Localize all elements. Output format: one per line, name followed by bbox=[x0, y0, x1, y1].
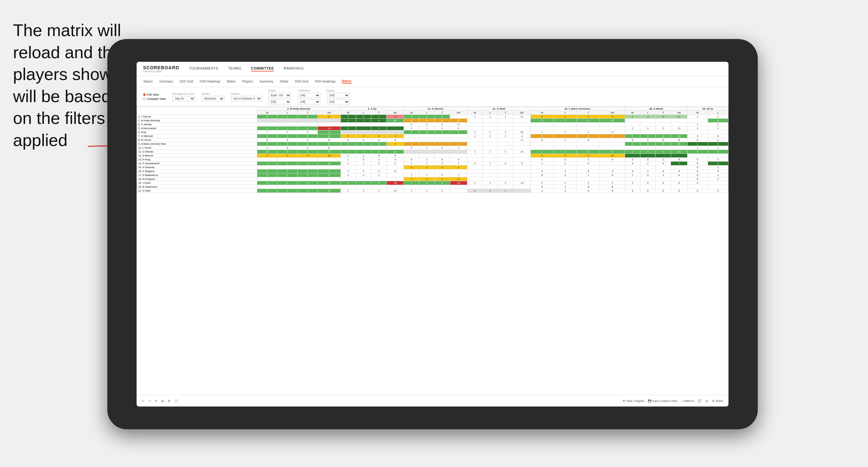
subnav-h2h-grid2[interactable]: H2H Grid bbox=[294, 80, 308, 83]
cell: 14 bbox=[513, 150, 530, 154]
cell: 0 bbox=[419, 177, 434, 181]
nav-tournaments[interactable]: TOURNAMENTS bbox=[189, 66, 218, 71]
full-view-radio bbox=[143, 93, 146, 96]
cell bbox=[640, 165, 656, 169]
cell bbox=[483, 169, 498, 173]
cell bbox=[386, 177, 404, 181]
subnav-teams[interactable]: Teams bbox=[143, 80, 153, 83]
cell: 0 bbox=[277, 189, 298, 193]
cell: 0 bbox=[640, 173, 656, 177]
cell: 0 bbox=[434, 177, 450, 181]
cell bbox=[625, 123, 640, 126]
max-players-select[interactable]: Top 25 bbox=[173, 96, 195, 101]
zoom-button[interactable]: ⊞ bbox=[161, 399, 164, 403]
refresh-button[interactable]: ⟳ bbox=[155, 399, 157, 403]
compact-view-option[interactable]: Compact View bbox=[143, 97, 166, 100]
nav-rankings[interactable]: RANKINGS bbox=[284, 66, 303, 71]
cell: 0 bbox=[640, 142, 656, 146]
cell bbox=[404, 185, 419, 189]
settings-button[interactable]: ⚙ bbox=[168, 399, 170, 403]
subnav-matrix2[interactable]: Matrix bbox=[342, 80, 351, 84]
cell: 1 bbox=[371, 126, 386, 130]
matrix-area[interactable]: 2. M Kelly Mulcahy 6. A Dy 11. G Woods 2… bbox=[136, 107, 728, 395]
cell: 0 bbox=[671, 173, 687, 177]
cell: 2 bbox=[386, 138, 404, 142]
cell: 0 bbox=[656, 169, 671, 173]
cell: 1 bbox=[554, 169, 577, 173]
subnav-matrix1[interactable]: Matrix bbox=[227, 80, 236, 83]
comment-button[interactable]: 💬 bbox=[698, 399, 702, 403]
redo-button[interactable]: ↪ bbox=[148, 399, 151, 403]
cell: 0 bbox=[298, 142, 318, 146]
cell bbox=[277, 158, 298, 162]
players-select2[interactable]: (All) bbox=[327, 99, 350, 104]
cell bbox=[371, 146, 386, 150]
player-name: 12. A Bianchi bbox=[137, 154, 257, 158]
cell: 1 bbox=[404, 181, 419, 185]
empty-header bbox=[137, 107, 257, 115]
watch-button[interactable]: ○ Watch ▾ bbox=[681, 399, 694, 403]
cell: 0 bbox=[530, 138, 554, 142]
cell bbox=[656, 177, 671, 181]
cell bbox=[467, 138, 482, 142]
cell: 0 bbox=[498, 181, 513, 185]
gender-select[interactable]: Women's bbox=[202, 96, 224, 101]
cell bbox=[671, 165, 687, 169]
players-select[interactable]: (All) bbox=[327, 93, 350, 98]
division-label: Division bbox=[231, 92, 262, 95]
table-row: 21. O Stoll 4 0 0 33 2 1 0 14 1 1 0 2 bbox=[137, 189, 728, 193]
cell bbox=[356, 177, 371, 181]
cell: 0 bbox=[257, 138, 277, 142]
undo-button[interactable]: ↩ bbox=[142, 399, 145, 403]
cell: -11 bbox=[318, 126, 341, 130]
save-custom-button[interactable]: 💾 Save Custom View bbox=[648, 399, 677, 403]
cell bbox=[640, 154, 656, 158]
full-view-option[interactable]: Full View bbox=[143, 93, 166, 96]
nav-teams[interactable]: TEAMS bbox=[228, 66, 241, 71]
conference-select2[interactable]: (All) bbox=[298, 99, 320, 104]
cell: 1 bbox=[450, 173, 467, 177]
subnav-detail[interactable]: Detail bbox=[280, 80, 288, 83]
cell bbox=[467, 123, 482, 126]
subnav-h2h-heatmap1[interactable]: H2H Heatmap bbox=[200, 80, 220, 83]
subnav-summary1[interactable]: Summary bbox=[159, 80, 173, 83]
cell bbox=[640, 146, 656, 150]
cell bbox=[434, 138, 450, 142]
subnav-h2h-grid1[interactable]: H2H Grid bbox=[180, 80, 193, 83]
subnav-players[interactable]: Players bbox=[242, 80, 253, 83]
cell bbox=[371, 123, 386, 126]
cell: 1 bbox=[467, 134, 482, 138]
cell: 1 bbox=[656, 173, 671, 177]
division-select[interactable]: NCAA Division II bbox=[231, 96, 262, 101]
cell: 0 bbox=[341, 162, 356, 165]
view-original-button[interactable]: 👁 View: Original bbox=[622, 399, 644, 403]
cell: 1 bbox=[277, 173, 298, 177]
cell bbox=[467, 146, 482, 150]
grid-button[interactable]: ⊟ bbox=[705, 399, 708, 403]
cell: 0 bbox=[371, 134, 386, 138]
wlt-l5: L bbox=[554, 111, 577, 115]
share-button[interactable]: ⬆ Share bbox=[712, 399, 723, 403]
cell: 1 bbox=[554, 162, 577, 165]
player-name: 13. N Klug bbox=[137, 158, 257, 162]
table-row: 14. S Srichantamit 3 1 0 14 0 1 0 5 1 2 … bbox=[137, 162, 728, 165]
cell: 1 bbox=[640, 138, 656, 142]
region-select2[interactable]: (All) bbox=[268, 99, 291, 104]
cell bbox=[625, 177, 640, 181]
clock-button[interactable]: 🕐 bbox=[174, 399, 178, 403]
cell bbox=[371, 177, 386, 181]
cell: 1 bbox=[277, 162, 298, 165]
cell: 3 bbox=[257, 162, 277, 165]
region-select[interactable]: East - DII bbox=[268, 93, 291, 98]
cell: 0 bbox=[356, 158, 371, 162]
subnav-summary2[interactable]: Summary bbox=[259, 80, 274, 83]
subnav-h2h-heatmap2[interactable]: H2H Heatmap bbox=[315, 80, 335, 83]
conference-select[interactable]: (All) bbox=[298, 93, 320, 98]
cell bbox=[450, 138, 467, 142]
cell bbox=[656, 123, 671, 126]
cell: 0 bbox=[577, 115, 600, 119]
cell bbox=[625, 119, 640, 123]
cell: 4 bbox=[687, 150, 708, 154]
nav-committee[interactable]: COMMITTEE bbox=[251, 66, 274, 71]
matrix-table: 2. M Kelly Mulcahy 6. A Dy 11. G Woods 2… bbox=[136, 107, 728, 193]
